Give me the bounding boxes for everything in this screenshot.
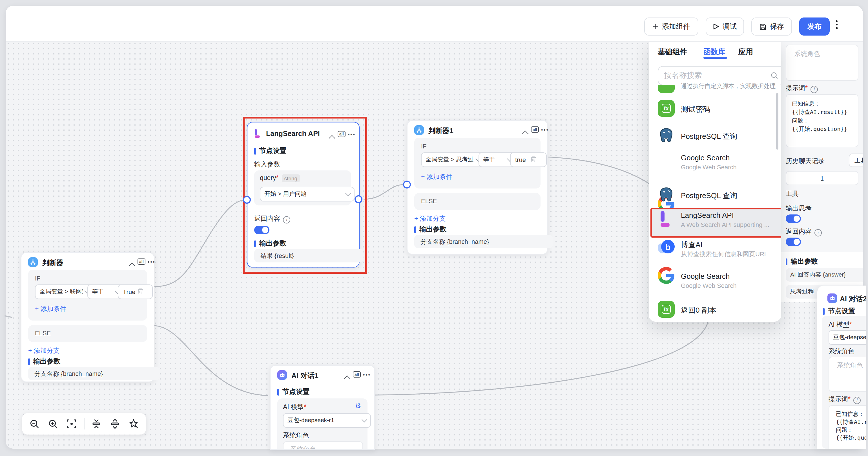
node-ai-chat1[interactable]: AI 对话1 all ••• 节点设置 AI 模型* ⚙ 豆包-deepseek… — [270, 365, 375, 450]
port-langsearch-right[interactable] — [354, 195, 363, 203]
list-item[interactable]: PostgreSQL 查询 — [681, 132, 737, 142]
if-label: IF — [421, 143, 427, 149]
search-icon — [771, 72, 778, 80]
script-icon — [658, 85, 675, 93]
add-condition-link[interactable]: + 添加条件 — [35, 305, 66, 313]
more-icon[interactable]: ••• — [348, 132, 355, 137]
zoom-in-icon[interactable] — [47, 418, 59, 430]
system-role-label: 系统角色 — [283, 431, 309, 439]
node-judge[interactable]: 判断器 all ••• IF 全局变量 > 联网查询 等于 True + 添加条… — [21, 252, 154, 382]
gear-icon[interactable]: ⚙ — [355, 402, 361, 410]
scrollbar-thumb[interactable] — [776, 93, 778, 149]
tab-basic-components[interactable]: 基础组件 — [658, 47, 687, 57]
else-label: ELSE — [35, 330, 51, 336]
list-item-subtitle: A Web Search API supporting ... — [681, 221, 769, 228]
trash-icon[interactable] — [530, 155, 536, 165]
prompt-textarea[interactable]: 已知信息： {{博查AI.result}} 问题： {{开始.question}… — [786, 94, 859, 147]
save-button[interactable]: 保存 — [751, 18, 792, 35]
kebab-menu-icon[interactable] — [836, 20, 838, 29]
more-icon[interactable]: ••• — [541, 127, 549, 133]
collapse-icon[interactable] — [523, 128, 528, 138]
collapse-icon[interactable] — [345, 373, 349, 383]
list-item[interactable]: 返回0 副本 — [681, 305, 716, 315]
trash-icon[interactable] — [137, 287, 144, 297]
condition-left-select[interactable]: 全局变量 > 思考过程 — [421, 152, 485, 167]
param-value-select[interactable]: 开始 > 用户问题 — [260, 187, 354, 201]
if-branch-box: IF 全局变量 > 联网查询 等于 True + 添加条件 — [28, 270, 147, 320]
list-item[interactable]: Google Search — [681, 153, 730, 162]
condition-left-select[interactable]: 全局变量 > 联网查询 — [35, 284, 94, 299]
model-select[interactable]: 豆包-deepseek-r1 — [829, 330, 866, 345]
return-content-toggle[interactable] — [786, 237, 801, 246]
list-item[interactable]: LangSearch API — [681, 211, 734, 220]
add-component-button[interactable]: 添加组件 — [644, 18, 699, 35]
tab-applications[interactable]: 应用 — [738, 47, 753, 57]
port-langsearch-left[interactable] — [243, 196, 251, 204]
system-role-textarea[interactable]: 系统角色 — [829, 357, 866, 392]
play-icon — [713, 23, 719, 30]
node-judge1[interactable]: 判断器1 all ••• IF 全局变量 > 思考过程 等于 true + 添加… — [407, 120, 548, 255]
list-item[interactable]: 测试密码 — [681, 105, 710, 115]
info-icon: i — [814, 229, 822, 236]
history-tools-tab[interactable]: 工具 — [849, 153, 863, 167]
collapse-nodes-icon[interactable] — [90, 418, 103, 430]
history-count-input[interactable]: 1 — [786, 171, 859, 185]
node-title: 判断器 — [42, 258, 63, 268]
port-judge1-left[interactable] — [403, 180, 411, 189]
node-inspector-panel: 系统角色 提示词*i 已知信息： {{博查AI.result}} 问题： {{开… — [781, 41, 863, 302]
prompt-text: 已知信息： {{博查AI.result}} 问题： {{开始.question}… — [792, 99, 847, 133]
prompt-textarea[interactable]: 已知信息： {{博查AI.result}} 问题： {{开始.question}… — [829, 405, 866, 449]
info-icon: i — [854, 397, 861, 404]
prompt-label: 提示词*i — [829, 395, 861, 404]
system-role-textarea[interactable]: 系统角色 — [786, 45, 859, 81]
more-icon[interactable]: ••• — [148, 259, 156, 265]
output-params-label: 输出参数 — [254, 239, 286, 248]
add-branch-link[interactable]: + 添加分支 — [28, 346, 60, 355]
run-all-icon[interactable]: all — [531, 126, 539, 133]
model-select[interactable]: 豆包-deepseek-r1 — [283, 413, 371, 428]
add-condition-link[interactable]: + 添加条件 — [421, 173, 453, 181]
condition-value-input[interactable]: True — [118, 284, 153, 299]
run-all-icon[interactable]: all — [137, 258, 146, 265]
system-role-placeholder: 系统角色 — [290, 445, 316, 450]
list-item-subtitle: Google Web Search — [681, 282, 737, 289]
chevron-down-icon — [345, 191, 351, 196]
fx-icon: fx — [658, 100, 675, 117]
tab-function-library[interactable]: 函数库 — [704, 47, 725, 57]
list-item[interactable]: 博查AI — [681, 240, 703, 250]
return-content-toggle[interactable] — [254, 226, 270, 234]
run-all-icon[interactable]: all — [338, 131, 345, 137]
node-ai-chat2[interactable]: AI 对话2 节点设置 AI 模型* 豆包-deepseek-r1 系统角色 系… — [817, 286, 866, 449]
if-branch-box: IF 全局变量 > 思考过程 等于 true + 添加条件 — [414, 138, 540, 189]
add-branch-link[interactable]: + 添加分支 — [414, 215, 446, 223]
settings-box: AI 模型* 豆包-deepseek-r1 系统角色 系统角色 提示词*i 已知… — [822, 316, 866, 449]
prompt-text: 已知信息： {{博查AI.result}} 问题： {{开始.question}… — [836, 410, 866, 442]
node-langsearch[interactable]: LangSearch API all ••• 节点设置 输入参数 query*s… — [247, 122, 360, 267]
more-icon[interactable]: ••• — [363, 372, 371, 377]
app-stage: 判断器 all ••• IF 全局变量 > 联网查询 等于 True + 添加条… — [0, 0, 868, 456]
collapse-icon[interactable] — [130, 260, 134, 270]
system-role-label: 系统角色 — [829, 347, 855, 355]
collapse-icon[interactable] — [330, 133, 334, 143]
output-params-label: 输出参数 — [28, 357, 60, 366]
canvas-toolbar — [22, 413, 146, 434]
expand-nodes-icon[interactable] — [109, 418, 121, 430]
condition-value-input[interactable]: true — [510, 152, 547, 167]
zoom-out-icon[interactable] — [28, 418, 40, 430]
magic-star-icon[interactable] — [127, 418, 140, 430]
system-role-placeholder: 系统角色 — [794, 50, 820, 58]
fit-view-icon[interactable] — [65, 418, 78, 430]
output-thinking-toggle[interactable] — [786, 215, 801, 223]
tabs-divider — [649, 59, 781, 59]
debug-button[interactable]: 调试 — [706, 18, 744, 35]
publish-button[interactable]: 发布 — [799, 18, 830, 35]
list-item[interactable]: PostgreSQL 查询 — [681, 191, 737, 201]
postgresql-icon — [658, 186, 675, 203]
system-role-textarea[interactable]: 系统角色 — [283, 441, 363, 450]
list-item[interactable]: Google Search — [681, 272, 730, 281]
param-name-label: query*string — [260, 174, 300, 181]
run-all-icon[interactable]: all — [353, 371, 361, 377]
save-icon — [759, 23, 767, 30]
node-settings-label: 节点设置 — [254, 146, 286, 156]
judge-node-icon — [28, 257, 38, 267]
